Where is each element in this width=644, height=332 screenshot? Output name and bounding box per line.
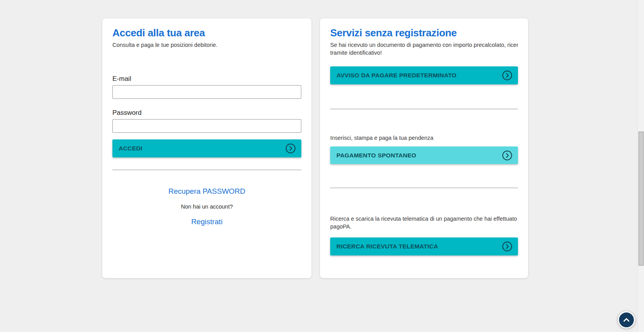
services-intro-line-1: Se hai ricevuto un documento di pagament…: [330, 41, 518, 49]
password-label: Password: [112, 109, 301, 117]
chevron-right-circle-icon: [285, 143, 296, 154]
receipt-search-text-line-1: Ricerca e scarica la ricevuta telematica…: [330, 215, 518, 223]
login-button[interactable]: ACCEDI: [112, 139, 301, 157]
page-background: { "login_card": { "title": "Accedi alla …: [0, 0, 644, 332]
services-intro-text: Se hai ricevuto un documento di pagament…: [330, 41, 518, 57]
login-button-label: ACCEDI: [119, 145, 142, 152]
receipt-search-text-line-2: pagoPA.: [330, 223, 518, 230]
predetermined-notice-button[interactable]: AVVISO DA PAGARE PREDETERMINATO: [330, 66, 518, 84]
predetermined-notice-button-label: AVVISO DA PAGARE PREDETERMINATO: [336, 72, 457, 79]
login-card: Accedi alla tua area Consulta e paga le …: [102, 18, 311, 278]
email-input[interactable]: [112, 85, 301, 99]
login-divider: [112, 170, 301, 170]
spontaneous-payment-button-label: PAGAMENTO SPONTANEO: [336, 152, 416, 159]
receipt-search-button-label: RICERCA RICEVUTA TELEMATICA: [336, 243, 438, 250]
login-card-title: Accedi alla tua area: [112, 27, 301, 39]
spontaneous-payment-text: Inserisci, stampa e paga la tua pendenza: [330, 134, 518, 142]
chevron-right-circle-icon: [502, 241, 512, 252]
chevron-right-circle-icon: [502, 70, 512, 81]
services-divider-1: [330, 109, 518, 109]
login-card-subtitle: Consulta e paga le tue posizioni debitor…: [112, 41, 301, 49]
email-label: E-mail: [112, 75, 301, 83]
services-intro-line-2: tramite identificativo!: [330, 49, 518, 57]
chevron-up-icon: [622, 315, 631, 325]
recover-password-link[interactable]: Recupera PASSWORD: [112, 187, 301, 196]
scrollbar-track[interactable]: [637, 0, 644, 332]
spontaneous-payment-button[interactable]: PAGAMENTO SPONTANEO: [330, 146, 518, 164]
services-card-title: Servizi senza registrazione: [330, 27, 518, 39]
scroll-to-top-button[interactable]: [618, 311, 635, 328]
no-account-text: Non hai un account?: [112, 203, 301, 211]
chevron-right-circle-icon: [502, 150, 512, 161]
register-link[interactable]: Registrati: [112, 217, 301, 227]
receipt-search-button[interactable]: RICERCA RICEVUTA TELEMATICA: [330, 237, 518, 255]
services-card: Servizi senza registrazione Se hai ricev…: [320, 18, 528, 278]
services-divider-2: [330, 187, 518, 188]
receipt-search-text: Ricerca e scarica la ricevuta telematica…: [330, 215, 518, 230]
scrollbar-thumb[interactable]: [639, 132, 644, 266]
password-input[interactable]: [112, 119, 301, 133]
